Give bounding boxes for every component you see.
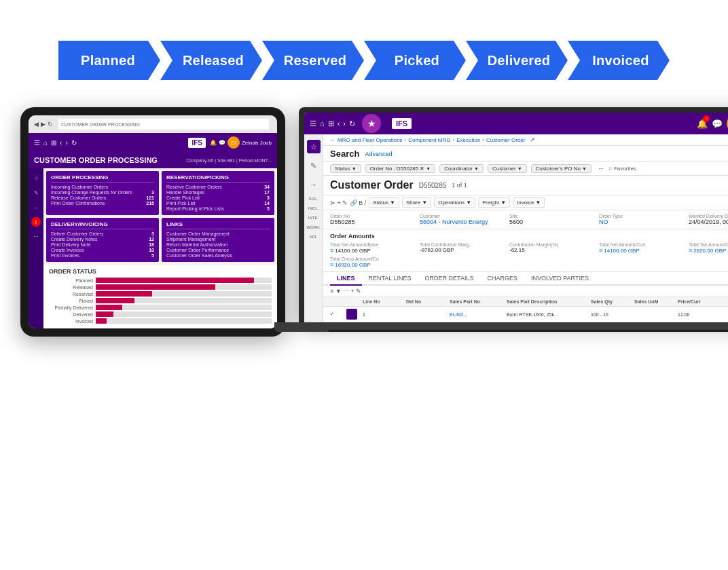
laptop-notification-icon[interactable]: 🔔 !: [697, 117, 708, 130]
tablet-chat-icon[interactable]: 💬: [219, 140, 225, 146]
breadcrumb-item-customer-order[interactable]: Customer Order: [486, 137, 525, 143]
tablet-back-icon[interactable]: ‹: [60, 139, 62, 147]
laptop-refresh-icon[interactable]: ↻: [349, 119, 355, 128]
laptop-back-icon[interactable]: ‹: [338, 119, 340, 128]
amounts-grid: Total Net Amount/Base ≡14100.00 GBP Tota…: [330, 242, 728, 268]
laptop-search-label: Search: [330, 149, 359, 159]
tablet-card-op-row1: Incoming Customer Orders: [51, 185, 154, 189]
laptop-advanced-link[interactable]: Advanced: [365, 151, 392, 157]
breadcrumb-item-component[interactable]: Component MRO: [408, 137, 450, 143]
tablet-user-name: Zeinab Joob: [242, 140, 272, 146]
laptop-side-rail: ☆ ✎ → SOL. INCL. INTE. WORK. API.: [304, 134, 323, 322]
tablet-rail-bookmark[interactable]: ☆: [31, 172, 41, 183]
toolbar-invoice-btn[interactable]: Invoice ▼: [513, 197, 545, 208]
amount-gross: Total Gross Amount/Cu ≡16920.00 GBP: [330, 256, 417, 268]
filter-more[interactable]: ⋯: [598, 166, 604, 172]
tab-involved-parties[interactable]: INVOLVED PARTIES: [524, 272, 596, 286]
tablet-bell-icon[interactable]: 🔔: [210, 140, 217, 146]
tablet-card-delivery: DELIVERY/INVOICING Deliver Customer Orde…: [46, 218, 159, 262]
tablet-card-rp-row4: Print Pick List14: [166, 201, 270, 206]
tab-charges[interactable]: CHARGES: [480, 272, 524, 286]
tablet-rail-notification[interactable]: !: [31, 217, 41, 227]
tablet-card-link1[interactable]: Customer Order Management: [166, 231, 270, 236]
tablet-title-bar: CUSTOMER ORDER PROCESSING Company-80 | S…: [29, 152, 277, 168]
tablet-cards-grid: ORDER PROCESSING Incoming Customer Order…: [43, 168, 277, 265]
breadcrumb-arrow-icon: ←: [330, 137, 335, 143]
tablet-forward-icon[interactable]: ›: [65, 139, 67, 147]
tablet-rail-arrow[interactable]: →: [31, 202, 41, 213]
tab-rental-lines[interactable]: RENTAL LINES: [362, 272, 418, 286]
filter-order-no[interactable]: Order No : D550285 ✕ ▼: [365, 164, 436, 173]
tablet-refresh-icon[interactable]: ↻: [71, 139, 77, 147]
tab-lines[interactable]: LINES: [330, 272, 362, 286]
tablet-card-link2[interactable]: Shipment Management: [166, 237, 270, 242]
field-order-type: Order Type NO: [599, 214, 686, 225]
tablet-rail-edit[interactable]: ✎: [31, 187, 41, 198]
laptop-chat-icon[interactable]: 💬: [712, 119, 723, 129]
tablet-rail-more[interactable]: ⋯: [31, 231, 41, 242]
toolbar-operations-btn[interactable]: Operations ▼: [434, 197, 475, 208]
laptop-table-row[interactable]: ✓ 1 EL460... Bunn RTSE-1600, 25k... 100 …: [323, 307, 728, 322]
tab-order-details[interactable]: ORDER DETAILS: [418, 272, 481, 286]
tablet-card-op-title: ORDER PROCESSING: [51, 174, 154, 183]
tablet-card-op-row4: Print Order Confirmations216: [51, 201, 154, 206]
workflow-section: PlannedReleasedReservedPickedDeliveredIn…: [0, 0, 728, 100]
breadcrumb-item-mro[interactable]: MRO and Fleet Operations: [338, 137, 403, 143]
toolbar-freight-btn[interactable]: Freight ▼: [478, 197, 510, 208]
filter-favorites[interactable]: ☆Favorites: [608, 166, 636, 172]
tablet-card-reservation: RESERVATION/PICKING Reserve Customer Ord…: [162, 171, 274, 215]
laptop-home-icon[interactable]: ⌂: [320, 119, 325, 128]
tablet-card-di-row4: Create Invoices10: [51, 248, 154, 252]
laptop-order-amounts: Order Amounts Total Net Amount/Base ≡141…: [323, 229, 728, 272]
breadcrumb-external-link-icon[interactable]: ↗: [530, 136, 535, 143]
tablet-order-status: ORDER STATUS Planned Released: [43, 265, 277, 328]
laptop-menu-icon[interactable]: ☰: [310, 119, 316, 128]
tablet-card-link3[interactable]: Return Material Authorization: [166, 242, 270, 247]
status-bar-partially-delivered: Partially Delivered: [49, 305, 272, 310]
filter-po-no[interactable]: Customer's PO No▼: [531, 164, 592, 173]
toolbar-share-btn[interactable]: Share ▼: [402, 197, 431, 208]
laptop-base: [274, 322, 728, 332]
tablet-card-di-title: DELIVERY/INVOICING: [51, 221, 154, 229]
laptop-rail-bookmark[interactable]: ☆: [307, 140, 321, 153]
field-customer: Customer 56004 - Norvento Energy: [420, 214, 507, 225]
tablet-navbar: ☰ ⌂ ⊞ ‹ › ↻ IFS 🔔 💬 ZJ Zeinab Joob: [29, 133, 277, 152]
tablet-browser-bar: ◀ ▶ ↻ CUSTOMER ORDER PROCESSING: [29, 115, 277, 133]
tablet-card-di-row2: Create Delivery Notes12: [51, 237, 154, 242]
amounts-title: Order Amounts: [330, 233, 728, 240]
laptop-apps-icon[interactable]: ⊞: [328, 119, 334, 128]
laptop-toolbar: ⊳ + ✎ 🔗 B / Status ▼ Share ▼ Operations …: [323, 195, 728, 210]
tablet-status-bars: Planned Released Reserved: [49, 278, 272, 324]
browser-nav-icons: ◀ ▶ ↻: [34, 121, 53, 128]
tablet-frame: ◀ ▶ ↻ CUSTOMER ORDER PROCESSING ☰ ⌂ ⊞ ‹: [20, 107, 285, 337]
field-order-no: Order No D550285: [330, 214, 417, 225]
laptop-layout: ☆ ✎ → SOL. INCL. INTE. WORK. API. ←: [304, 134, 728, 322]
filter-customer[interactable]: Customer▼: [488, 164, 527, 173]
filter-coordinator[interactable]: Coordinator▼: [439, 164, 484, 173]
tablet-status-title: ORDER STATUS: [49, 268, 272, 275]
tablet-menu-icon[interactable]: ☰: [34, 139, 40, 147]
tablet-card-link5[interactable]: Customer Order Sales Analysis: [166, 253, 270, 258]
browser-back-icon[interactable]: ◀: [34, 121, 39, 128]
laptop-breadcrumb: ← MRO and Fleet Operations › Component M…: [323, 134, 728, 146]
filter-status[interactable]: Status▼: [330, 164, 361, 173]
laptop-rail-arrow[interactable]: →: [307, 178, 321, 191]
order-pagination: 1 of 1: [452, 182, 467, 189]
tablet-side-rail: ☆ ✎ → ! ⋯: [29, 168, 43, 328]
tablet-card-link4[interactable]: Customer Order Performance: [166, 248, 270, 252]
tablet-home-icon[interactable]: ⌂: [43, 139, 48, 147]
laptop-rail-pencil[interactable]: ✎: [307, 159, 321, 172]
tablet-apps-icon[interactable]: ⊞: [51, 139, 56, 147]
laptop-navbar: ☰ ⌂ ⊞ ‹ › ↻ ★ IFS 🔔 !: [304, 113, 728, 134]
toolbar-icons-group: ⊳ + ✎ 🔗 B /: [330, 200, 366, 206]
laptop-container: ☰ ⌂ ⊞ ‹ › ↻ ★ IFS 🔔 !: [299, 107, 728, 332]
amount-total-net-base: Total Net Amount/Base ≡14100.00 GBP: [330, 242, 417, 254]
browser-refresh-icon[interactable]: ↻: [48, 121, 53, 128]
tablet-company: Company-80 | Site-881 | Period-MONT...: [186, 158, 272, 163]
tablet-card-order-processing: ORDER PROCESSING Incoming Customer Order…: [46, 171, 159, 215]
breadcrumb-item-execution[interactable]: Execution: [456, 137, 480, 143]
browser-address-bar[interactable]: CUSTOMER ORDER PROCESSING: [58, 119, 269, 130]
browser-forward-icon[interactable]: ▶: [41, 121, 46, 128]
laptop-forward-icon[interactable]: ›: [343, 119, 346, 128]
toolbar-status-btn[interactable]: Status ▼: [369, 197, 399, 208]
